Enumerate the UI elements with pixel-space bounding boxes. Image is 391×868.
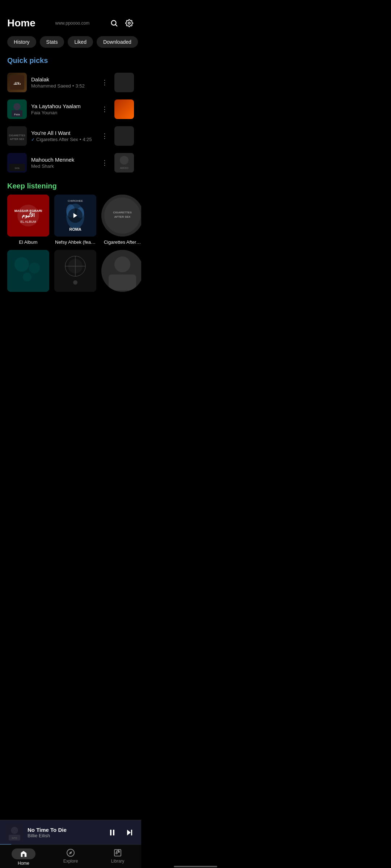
keep-listening-title: Keep listening xyxy=(0,176,141,195)
page-title: Home xyxy=(7,17,35,29)
album-cover xyxy=(7,250,49,292)
albums-row-2 xyxy=(0,245,141,295)
svg-text:الألبوم: الألبوم xyxy=(22,212,35,218)
check-icon: ✓ xyxy=(31,137,35,142)
settings-icon[interactable] xyxy=(125,18,134,28)
track-name: Ya Laytahou Yaalam xyxy=(31,103,95,109)
track-more-button[interactable]: ⋮ xyxy=(99,104,110,115)
track-item[interactable]: دلالك Dalalak Mohammed Saeed • 3:52 ⋮ xyxy=(7,69,134,96)
track-right-thumbnail xyxy=(114,126,134,146)
track-info: You're All I Want ✓ Cigarettes After Sex… xyxy=(31,130,95,142)
play-overlay xyxy=(68,208,83,223)
track-name: Dalalak xyxy=(31,76,95,82)
album-card[interactable] xyxy=(101,250,141,295)
search-icon[interactable] xyxy=(109,18,119,28)
svg-rect-46 xyxy=(109,275,136,290)
album-cover xyxy=(101,250,141,292)
svg-text:sea: sea xyxy=(14,166,20,170)
quick-picks-list: دلالك Dalalak Mohammed Saeed • 3:52 ⋮ Fa… xyxy=(0,69,141,176)
svg-text:Faia: Faia xyxy=(14,113,20,116)
track-name: You're All I Want xyxy=(31,130,95,136)
track-thumbnail: دلالك xyxy=(7,73,27,92)
chip-liked[interactable]: Liked xyxy=(68,36,93,48)
track-thumbnail: sea xyxy=(7,153,27,173)
album-title: Nefsy Ahbek (fea… xyxy=(54,239,96,245)
track-subtitle: Med Shark xyxy=(31,163,95,169)
track-subtitle: Mohammed Saeed • 3:52 xyxy=(31,83,95,89)
svg-point-35 xyxy=(14,257,29,272)
svg-line-1 xyxy=(115,25,117,26)
svg-text:CHIROHEE: CHIROHEE xyxy=(68,199,83,203)
track-more-button[interactable]: ⋮ xyxy=(99,131,110,141)
track-name: Mahouch Mennek xyxy=(31,157,95,163)
track-thumbnail: CIGARETTES AFTER SEX xyxy=(7,126,27,146)
track-info: Mahouch Mennek Med Shark xyxy=(31,157,95,169)
track-item[interactable]: sea Mahouch Mennek Med Shark ⋮ ABEED xyxy=(7,149,134,176)
url-label: www.ppoooo.com xyxy=(35,21,109,26)
album-card[interactable]: MASSAR EGBARI الألبوم EL ALBUM El Album xyxy=(7,195,49,245)
svg-point-2 xyxy=(128,22,130,24)
svg-text:دلالك: دلالك xyxy=(13,82,21,85)
album-card[interactable]: CHIROHEE ROMA Nefsy Ahbek (fea… xyxy=(54,195,96,245)
svg-text:CIGARETTES: CIGARETTES xyxy=(9,134,25,137)
svg-text:AFTER SEX: AFTER SEX xyxy=(10,138,24,140)
track-item[interactable]: Faia Ya Laytahou Yaalam Faia Younan ⋮ xyxy=(7,96,134,123)
albums-row-1: MASSAR EGBARI الألبوم EL ALBUM El Album … xyxy=(0,195,141,245)
track-right-thumbnail xyxy=(114,99,134,119)
svg-rect-34 xyxy=(7,250,49,292)
track-subtitle: ✓ Cigarettes After Sex • 4:25 xyxy=(31,137,95,142)
album-cover: CHIROHEE ROMA xyxy=(54,195,96,237)
svg-point-43 xyxy=(73,280,77,285)
svg-point-45 xyxy=(114,256,130,272)
track-thumbnail: Faia xyxy=(7,99,27,119)
track-right-thumbnail xyxy=(114,73,134,92)
svg-text:ABEED: ABEED xyxy=(120,167,129,169)
chip-history[interactable]: History xyxy=(7,36,36,48)
album-cover xyxy=(54,250,96,292)
quick-picks-title: Quick picks xyxy=(0,54,141,69)
track-subtitle: Faia Younan xyxy=(31,110,95,115)
svg-text:CIGARETTES: CIGARETTES xyxy=(113,211,132,214)
svg-text:AFTER SEX: AFTER SEX xyxy=(114,215,131,218)
header: Home www.ppoooo.com xyxy=(0,0,141,33)
svg-point-16 xyxy=(120,156,129,165)
svg-marker-29 xyxy=(73,213,77,218)
chip-downloaded[interactable]: Downloaded xyxy=(97,36,138,48)
chip-stats[interactable]: Stats xyxy=(40,36,64,48)
album-card[interactable]: CIGARETTES AFTER SEX Cigarettes After… xyxy=(101,195,141,245)
svg-text:EL ALBUM: EL ALBUM xyxy=(20,220,36,224)
track-more-button[interactable]: ⋮ xyxy=(99,157,110,168)
album-cover: CIGARETTES AFTER SEX xyxy=(101,195,141,237)
chips-row: History Stats Liked Downloaded Artists xyxy=(0,33,141,54)
album-title: Cigarettes After… xyxy=(101,239,141,245)
album-card[interactable] xyxy=(7,250,49,295)
album-cover: MASSAR EGBARI الألبوم EL ALBUM xyxy=(7,195,49,237)
svg-point-6 xyxy=(13,103,21,110)
track-item[interactable]: CIGARETTES AFTER SEX You're All I Want ✓… xyxy=(7,123,134,149)
album-title: El Album xyxy=(7,239,49,245)
svg-point-37 xyxy=(23,273,31,281)
svg-point-36 xyxy=(29,263,40,273)
track-info: Dalalak Mohammed Saeed • 3:52 xyxy=(31,76,95,89)
track-info: Ya Laytahou Yaalam Faia Younan xyxy=(31,103,95,115)
track-right-thumbnail: ABEED xyxy=(114,153,134,173)
album-card[interactable] xyxy=(54,250,96,295)
svg-text:ROMA: ROMA xyxy=(69,227,81,231)
track-more-button[interactable]: ⋮ xyxy=(99,77,110,88)
header-icons xyxy=(109,18,134,28)
